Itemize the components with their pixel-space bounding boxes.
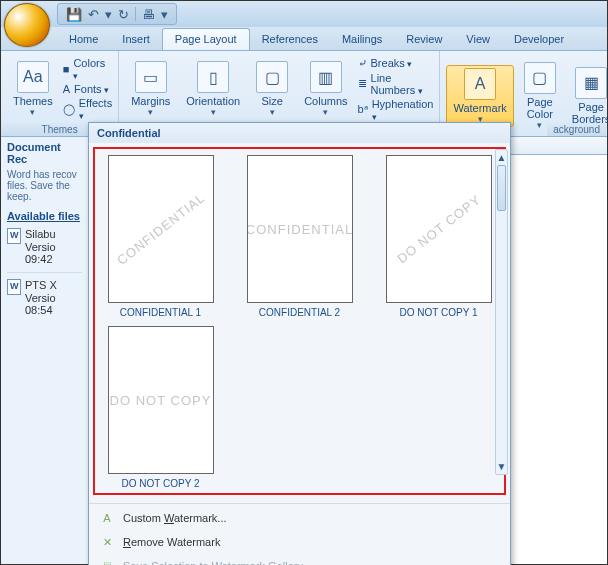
- qat-dropdown-icon[interactable]: ▾: [105, 7, 112, 22]
- file-time: 09:42: [25, 253, 56, 266]
- available-files-link[interactable]: Available files: [7, 210, 80, 222]
- tab-mailings[interactable]: Mailings: [330, 29, 394, 50]
- themes-label: Themes: [13, 95, 53, 107]
- office-button[interactable]: [4, 3, 50, 47]
- columns-button[interactable]: ▥Columns: [298, 59, 353, 119]
- watermark-icon: A: [464, 68, 496, 100]
- file-version: Versio: [25, 241, 56, 254]
- tab-developer[interactable]: Developer: [502, 29, 576, 50]
- group-page-background-label: ackground: [547, 123, 606, 136]
- page-color-button[interactable]: ▢Page Color: [518, 60, 562, 132]
- redo-icon[interactable]: ↻: [118, 7, 129, 22]
- hyphenation-button[interactable]: bᵃ Hyphenation: [358, 97, 434, 123]
- page-borders-icon: ▦: [575, 67, 607, 99]
- themes-button[interactable]: Aa Themes: [7, 59, 59, 119]
- size-button[interactable]: ▢Size: [250, 59, 294, 119]
- themes-icon: Aa: [17, 61, 49, 93]
- tab-insert[interactable]: Insert: [110, 29, 162, 50]
- document-recovery-pane: Document Rec Word has recov files. Save …: [1, 137, 89, 565]
- tab-references[interactable]: References: [250, 29, 330, 50]
- remove-watermark-icon: ✕: [99, 534, 115, 550]
- thumb-label: DO NOT COPY 1: [400, 307, 478, 318]
- file-version: Versio: [25, 292, 57, 305]
- ribbon-tabs: Home Insert Page Layout References Maili…: [1, 27, 607, 51]
- theme-effects-button[interactable]: ◯ Effects: [63, 96, 112, 122]
- watermark-label: Watermark: [453, 102, 506, 114]
- size-label: Size: [261, 95, 282, 107]
- recovered-file-2[interactable]: PTS X Versio 08:54: [7, 279, 82, 317]
- remove-watermark-menuitem[interactable]: ✕ Remove Watermark: [89, 530, 510, 554]
- undo-icon[interactable]: ↶: [88, 7, 99, 22]
- theme-fonts-button[interactable]: A Fonts: [63, 82, 112, 96]
- watermark-thumb-do-not-copy-2[interactable]: DO NOT COPY DO NOT COPY 2: [99, 326, 222, 489]
- breaks-button[interactable]: ⤶ Breaks: [358, 56, 434, 71]
- margins-button[interactable]: ▭Margins: [125, 59, 176, 119]
- thumb-watermark-text: CONFIDENTIAL: [114, 190, 208, 268]
- scroll-thumb[interactable]: [497, 165, 506, 211]
- margins-icon: ▭: [135, 61, 167, 93]
- scroll-up-icon[interactable]: ▲: [497, 152, 507, 163]
- orientation-button[interactable]: ▯Orientation: [180, 59, 246, 119]
- save-gallery-icon: ⍰: [99, 558, 115, 565]
- size-icon: ▢: [256, 61, 288, 93]
- watermark-thumb-confidential-1[interactable]: CONFIDENTIAL CONFIDENTIAL 1: [99, 155, 222, 318]
- thumb-label: CONFIDENTIAL 1: [120, 307, 201, 318]
- tab-review[interactable]: Review: [394, 29, 454, 50]
- title-bar: 💾 ↶ ▾ ↻ 🖶 ▾: [1, 1, 607, 27]
- file-time: 08:54: [25, 304, 57, 317]
- gallery-highlight-border: CONFIDENTIAL CONFIDENTIAL 1 CONFIDENTIAL…: [93, 147, 506, 495]
- thumb-watermark-text: DO NOT COPY: [110, 393, 212, 408]
- page-color-label: Page Color: [527, 96, 553, 120]
- thumb-watermark-text: CONFIDENTIAL: [247, 222, 353, 237]
- custom-watermark-menuitem[interactable]: A Custom Watermark...: [89, 506, 510, 530]
- gallery-scrollbar[interactable]: ▲ ▼: [495, 149, 508, 475]
- orientation-icon: ▯: [197, 61, 229, 93]
- watermark-button[interactable]: AWatermark: [446, 65, 513, 127]
- quick-access-toolbar: 💾 ↶ ▾ ↻ 🖶 ▾: [57, 3, 177, 25]
- scroll-down-icon[interactable]: ▼: [497, 461, 507, 472]
- recovery-msg: Word has recov files. Save the keep.: [7, 169, 82, 202]
- watermark-gallery: Confidential ▲ ▼ CONFIDENTIAL CONFIDENTI…: [88, 122, 511, 565]
- line-numbers-button[interactable]: ≣ Line Numbers: [358, 71, 434, 97]
- save-to-gallery-menuitem: ⍰ Save Selection to Watermark Gallery...: [89, 554, 510, 565]
- tab-home[interactable]: Home: [57, 29, 110, 50]
- save-gallery-label: Save Selection to Watermark Gallery...: [123, 560, 311, 565]
- thumb-watermark-text: DO NOT COPY: [394, 192, 483, 266]
- recovery-title: Document Rec: [7, 141, 82, 165]
- gallery-category-header: Confidential: [89, 123, 510, 143]
- save-icon[interactable]: 💾: [66, 7, 82, 22]
- qat-separator: [135, 7, 136, 21]
- margins-label: Margins: [131, 95, 170, 107]
- watermark-thumb-confidential-2[interactable]: CONFIDENTIAL CONFIDENTIAL 2: [238, 155, 361, 318]
- orientation-label: Orientation: [186, 95, 240, 107]
- word-file-icon: [7, 228, 21, 244]
- gallery-footer-menu: A Custom Watermark... ✕ Remove Watermark…: [89, 503, 510, 565]
- columns-label: Columns: [304, 95, 347, 107]
- watermark-thumb-do-not-copy-1[interactable]: DO NOT COPY DO NOT COPY 1: [377, 155, 500, 318]
- print-preview-icon[interactable]: 🖶: [142, 7, 155, 22]
- page-color-icon: ▢: [524, 62, 556, 94]
- file-name: Silabu: [25, 228, 56, 241]
- qat-customize-icon[interactable]: ▾: [161, 7, 168, 22]
- page-borders-label: Page Borders: [572, 101, 608, 125]
- file-name: PTS X: [25, 279, 57, 292]
- word-file-icon: [7, 279, 21, 295]
- thumb-label: DO NOT COPY 2: [122, 478, 200, 489]
- thumb-label: CONFIDENTIAL 2: [259, 307, 340, 318]
- recovered-file-1[interactable]: Silabu Versio 09:42: [7, 228, 82, 266]
- columns-icon: ▥: [310, 61, 342, 93]
- page-borders-button[interactable]: ▦Page Borders: [566, 65, 608, 127]
- tab-page-layout[interactable]: Page Layout: [162, 28, 250, 50]
- custom-watermark-icon: A: [99, 510, 115, 526]
- theme-colors-button[interactable]: ■ Colors: [63, 56, 112, 82]
- tab-view[interactable]: View: [454, 29, 502, 50]
